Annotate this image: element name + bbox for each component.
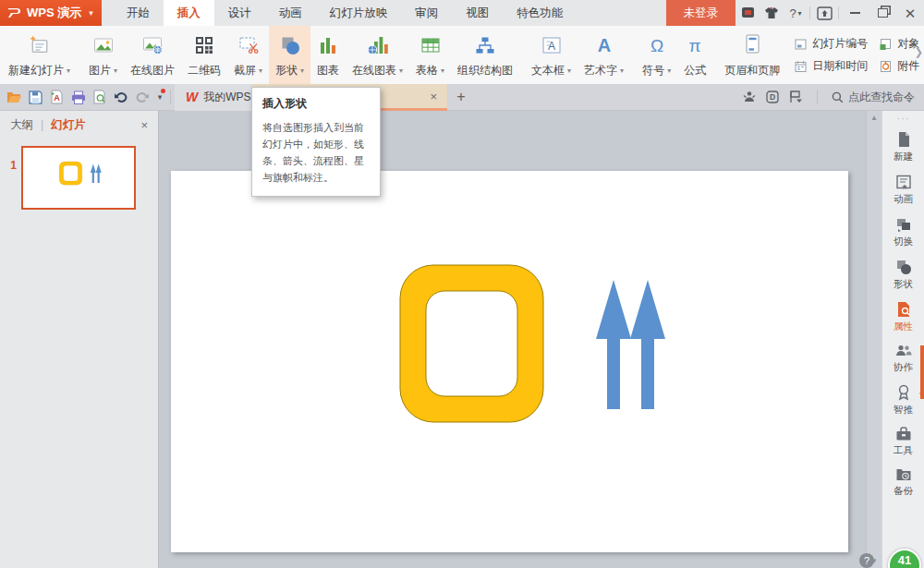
close-tab-icon[interactable]: × <box>430 90 437 103</box>
ribbon-button-slide-number[interactable]: 幻灯片编号 <box>794 36 868 52</box>
feedback-icon[interactable] <box>736 0 760 26</box>
shapes-icon <box>279 31 301 59</box>
chevron-down-icon: ▾ <box>620 66 624 75</box>
divider: | <box>41 118 43 131</box>
ribbon-button-attachment[interactable]: 附件 <box>879 58 919 74</box>
wps-logo-icon <box>7 6 21 19</box>
chevron-down-icon: ▾ <box>300 66 304 75</box>
backup-icon <box>895 467 912 482</box>
close-button[interactable]: ✕ <box>896 0 924 26</box>
open-icon[interactable] <box>5 88 24 107</box>
undo-icon[interactable] <box>111 88 130 107</box>
formula-icon: π <box>684 31 706 59</box>
svg-text:A: A <box>54 93 60 103</box>
vertical-scrollbar[interactable]: ▲ ▼ <box>866 111 881 568</box>
help-bubble-icon[interactable]: ? <box>859 553 874 568</box>
sidebar-item-label: 备份 <box>894 485 913 498</box>
ribbon-button-wordart[interactable]: A艺术字▾ <box>578 26 630 84</box>
app-logo[interactable]: WPS 演示 ▾ <box>0 0 102 26</box>
picture-icon <box>91 31 116 59</box>
export-pdf-icon[interactable]: A <box>47 88 67 107</box>
ribbon-button-datetime[interactable]: 日期和时间 <box>794 58 868 74</box>
ribbon-button-textbox[interactable]: A文本框▾ <box>525 26 578 84</box>
sidebar-item-collaborate[interactable]: 协作 <box>882 344 924 374</box>
slide-thumbnail[interactable] <box>21 146 136 210</box>
ribbon-button-label: 在线图表▾ <box>352 63 403 79</box>
ribbon-button-label: 图表 <box>317 63 339 79</box>
chevron-down-icon[interactable]: ▾ <box>89 8 93 18</box>
chevron-down-icon: ▾ <box>567 66 571 75</box>
customize-toolbar-caret[interactable]: ▾ <box>153 92 166 102</box>
tabbar-right-tools: D 点此查找命令 <box>743 90 924 105</box>
ribbon-button-picture[interactable]: 图片▾ <box>82 26 124 84</box>
sidebar-item-tools[interactable]: 工具 <box>882 427 924 457</box>
ribbon-button-shapes[interactable]: 形状▾ <box>269 26 310 84</box>
sidebar-item-label: 工具 <box>894 444 913 457</box>
print-preview-icon[interactable] <box>90 88 109 107</box>
ribbon-button-symbol[interactable]: Ω符号▾ <box>636 26 677 84</box>
ribbon-button-label: 公式 <box>684 63 706 79</box>
docer-badge-icon[interactable]: D <box>766 91 779 103</box>
print-icon[interactable] <box>68 88 88 107</box>
menu-tab-insert[interactable]: 插入 <box>164 0 214 26</box>
ribbon-button-new-slide[interactable]: 新建幻灯片▾ <box>2 26 77 84</box>
ribbon-button-header-footer[interactable]: 页眉和页脚 <box>718 26 786 84</box>
ribbon-button-chart[interactable]: 图表 <box>310 26 346 84</box>
menu-tab-animation[interactable]: 动画 <box>265 0 316 26</box>
login-button[interactable]: 未登录 <box>666 0 736 26</box>
tab-slides[interactable]: 幻灯片 <box>51 117 86 133</box>
restore-button[interactable] <box>869 0 896 26</box>
menu-tab-view[interactable]: 视图 <box>452 0 503 26</box>
sidebar-item-new[interactable]: 新建 <box>882 131 924 163</box>
ribbon-button-table[interactable]: 表格▾ <box>409 26 451 84</box>
attachment-icon <box>879 60 893 73</box>
active-panel-indicator <box>920 345 924 399</box>
tab-my-wps[interactable]: W 我的WPS <box>175 84 262 111</box>
collapse-ribbon-icon[interactable] <box>812 0 836 26</box>
sidebar-item-animation[interactable]: 动画 <box>882 174 924 206</box>
close-panel-icon[interactable]: × <box>140 118 148 132</box>
chevron-down-icon: ▾ <box>441 66 444 75</box>
ribbon-button-online-chart[interactable]: 在线图表▾ <box>346 26 409 84</box>
minimize-button[interactable] <box>841 0 869 26</box>
screenshot-icon <box>237 31 261 59</box>
scroll-up-icon[interactable]: ▲ <box>870 114 878 122</box>
sidebar-item-backup[interactable]: 备份 <box>882 467 924 498</box>
tab-outline[interactable]: 大纲 <box>10 117 33 133</box>
ribbon-button-formula[interactable]: π公式 <box>677 26 712 84</box>
wps-w-icon: W <box>186 90 198 104</box>
save-icon[interactable] <box>26 88 45 107</box>
slide-number-label: 1 <box>6 146 17 210</box>
ribbon-button-screenshot[interactable]: 截屏▾ <box>227 26 269 84</box>
ribbon-button-online-picture[interactable]: 在线图片 <box>124 26 181 84</box>
up-arrow-shape[interactable] <box>596 280 631 409</box>
menu-tab-slideshow[interactable]: 幻灯片放映 <box>316 0 402 26</box>
ribbon: 新建幻灯片▾图片▾在线图片二维码截屏▾形状▾图表在线图表▾表格▾组织结构图A文本… <box>0 26 924 85</box>
up-arrow-shape[interactable] <box>630 280 665 409</box>
menu-tab-design[interactable]: 设计 <box>214 0 265 26</box>
new-icon <box>895 131 912 148</box>
sidebar-item-transition[interactable]: 切换 <box>882 216 924 248</box>
find-command-box[interactable]: 点此查找命令 <box>832 90 915 105</box>
svg-text:π: π <box>689 36 701 55</box>
new-tab-button[interactable]: + <box>452 88 470 106</box>
sidebar-item-properties[interactable]: 属性 <box>882 301 924 333</box>
slide-canvas[interactable] <box>171 171 848 552</box>
svg-text:A: A <box>597 35 610 55</box>
ribbon-button-object[interactable]: 对象 <box>879 36 919 52</box>
skin-icon[interactable] <box>760 0 784 26</box>
sidebar-item-shapes[interactable]: 形状 <box>882 259 924 291</box>
help-button[interactable]: ?▾ <box>784 0 808 26</box>
redo-icon[interactable] <box>132 88 152 107</box>
assistant-icon[interactable] <box>743 91 756 103</box>
ribbon-button-qrcode[interactable]: 二维码 <box>181 26 227 84</box>
ribbon-small-button-group: 幻灯片编号对象日期和时间附件 <box>786 26 924 84</box>
pickup-flag-icon[interactable] <box>789 91 803 103</box>
table-icon <box>419 31 443 59</box>
menu-tab-home[interactable]: 开始 <box>113 0 164 26</box>
shapes-icon <box>895 259 912 275</box>
menu-tab-review[interactable]: 审阅 <box>401 0 452 26</box>
ribbon-expand-chevron[interactable]: ❯ <box>915 46 923 58</box>
menu-tab-features[interactable]: 特色功能 <box>503 0 577 26</box>
ribbon-button-org-chart[interactable]: 组织结构图 <box>451 26 519 84</box>
